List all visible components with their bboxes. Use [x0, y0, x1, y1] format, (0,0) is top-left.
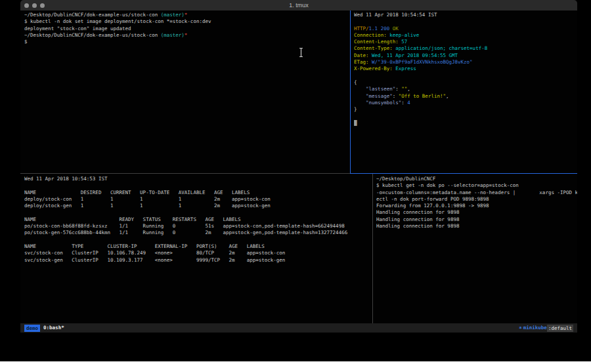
- terminal-line: po/stock-gen-576cc688bb-44kmn 1/1 Runnin…: [24, 230, 371, 236]
- terminal-line: [354, 113, 576, 119]
- terminal-line: {: [354, 79, 576, 86]
- terminal-line: Handling connection for 9898: [376, 209, 577, 216]
- bottom-white-strip: [0, 361, 591, 364]
- pane-port-forward[interactable]: ~/Desktop/DublinCNCF$ kubectl get -n dok…: [376, 176, 577, 323]
- close-button[interactable]: [24, 3, 29, 8]
- session-name-badge[interactable]: demo: [24, 325, 40, 332]
- minimize-button[interactable]: [32, 3, 37, 8]
- window-item-bash[interactable]: 0:bash*: [43, 323, 64, 333]
- terminal-line: Content-Length: 57: [354, 39, 576, 45]
- terminal-line: ETag: W/"39-0xBPf9aF1dXVNkhsxoBQgJ8vKzo": [354, 59, 576, 66]
- terminal-line: NAME DESIRED CURRENT UP-TO-DATE AVAILABL…: [24, 190, 371, 196]
- terminal-line: [24, 182, 371, 189]
- screen: 1. tmux ~/Desktop/DublinCNCF/dok-example…: [0, 0, 591, 364]
- terminal-line: Forwarding from 127.0.0.1:9898 -> 9898: [376, 203, 577, 209]
- kubernetes-helm-icon: ⎈: [519, 323, 522, 333]
- terminal-line: $ kubectl -n dok set image deployment/st…: [24, 18, 349, 25]
- terminal-line: "lastseen": "",: [354, 86, 576, 92]
- terminal-line: Handling connection for 9898: [376, 223, 577, 230]
- terminal-line: Date: Wed, 11 Apr 2018 09:54:55 GMT: [354, 52, 576, 59]
- kube-context: minikube: [523, 323, 547, 333]
- zoom-button[interactable]: [40, 3, 45, 8]
- status-left: demo 0:bash*: [24, 323, 64, 333]
- status-right: ⎈ minikube :default: [519, 323, 573, 333]
- window-titlebar: 1. tmux: [20, 0, 577, 10]
- terminal-window: 1. tmux ~/Desktop/DublinCNCF/dok-example…: [20, 0, 577, 333]
- terminal-line: X-Powered-By: Express: [354, 66, 576, 72]
- terminal-line: -o=custom-columns=:metadata.name --no-he…: [376, 190, 577, 196]
- terminal-line: deploy/stock-gen 1 1 1 1 2m app=stock-ge…: [24, 203, 371, 209]
- pane-border-horizontal[interactable]: [20, 173, 350, 174]
- pane-border-active-vertical[interactable]: [350, 10, 351, 174]
- terminal-line: [24, 237, 371, 243]
- terminal-line: }: [354, 106, 576, 113]
- window-title: 1. tmux: [20, 0, 577, 10]
- terminal-line: deploy/stock-con 1 1 1 1 2m app=stock-co…: [24, 196, 371, 203]
- terminal-line: po/stock-con-bb68f88fd-kzsxz 1/1 Running…: [24, 223, 371, 230]
- pane-border-active-horizontal[interactable]: [350, 173, 577, 174]
- terminal-line: Wed 11 Apr 2018 10:54:54 IST: [354, 12, 576, 18]
- terminal-line: ectl -n dok port-forward POD 9898:9898: [376, 196, 577, 203]
- terminal-line: svc/stock-con ClusterIP 10.106.78.249 <n…: [24, 250, 371, 256]
- pane-http-response[interactable]: Wed 11 Apr 2018 10:54:54 IST HTTP/1.1 20…: [354, 12, 576, 173]
- terminal-line: Wed 11 Apr 2018 10:54:53 IST: [24, 176, 371, 182]
- terminal-line: █: [354, 120, 576, 127]
- terminal-line: ~/Desktop/DublinCNCF/dok-example-us/stoc…: [24, 32, 349, 39]
- terminal-line: $ kubectl get -n dok po --selector=app=s…: [376, 182, 577, 189]
- terminal-line: Content-Type: application/json; charset=…: [354, 45, 576, 52]
- terminal-line: HTTP/1.1 200 OK: [354, 26, 576, 32]
- terminal-line: Connection: keep-alive: [354, 32, 576, 39]
- terminal-line: [24, 209, 371, 216]
- terminal-line: svc/stock-gen ClusterIP 10.109.3.177 <no…: [24, 257, 371, 264]
- terminal-line: NAME TYPE CLUSTER-IP EXTERNAL-IP PORT(S)…: [24, 243, 371, 250]
- kube-namespace: :default: [547, 325, 573, 332]
- terminal-line: "numsymbols": 4: [354, 100, 576, 106]
- terminal-line: ~/Desktop/DublinCNCF: [376, 176, 577, 182]
- terminal-line: "message": "Off to Berlin!",: [354, 93, 576, 100]
- ibeam-mouse-cursor-icon: [298, 47, 304, 58]
- terminal-line: ~/Desktop/DublinCNCF/dok-example-us/stoc…: [24, 12, 349, 18]
- pane-kubectl-watch[interactable]: Wed 11 Apr 2018 10:54:53 IST NAME DESIRE…: [24, 176, 371, 323]
- traffic-lights: [24, 3, 45, 8]
- terminal-line: NAME READY STATUS RESTARTS AGE LABELS: [24, 216, 371, 223]
- tmux-terminal: ~/Desktop/DublinCNCF/dok-example-us/stoc…: [20, 10, 577, 323]
- terminal-line: [354, 18, 576, 25]
- terminal-line: deployment "stock-con" image updated: [24, 26, 349, 32]
- terminal-line: $: [24, 39, 349, 45]
- terminal-line: [354, 73, 576, 79]
- tmux-status-bar: demo 0:bash* ⎈ minikube :default: [20, 323, 577, 333]
- pane-shell-top-left[interactable]: ~/Desktop/DublinCNCF/dok-example-us/stoc…: [24, 12, 349, 173]
- terminal-line: Handling connection for 9898: [376, 216, 577, 223]
- pane-border-bottom-vertical[interactable]: [372, 174, 373, 323]
